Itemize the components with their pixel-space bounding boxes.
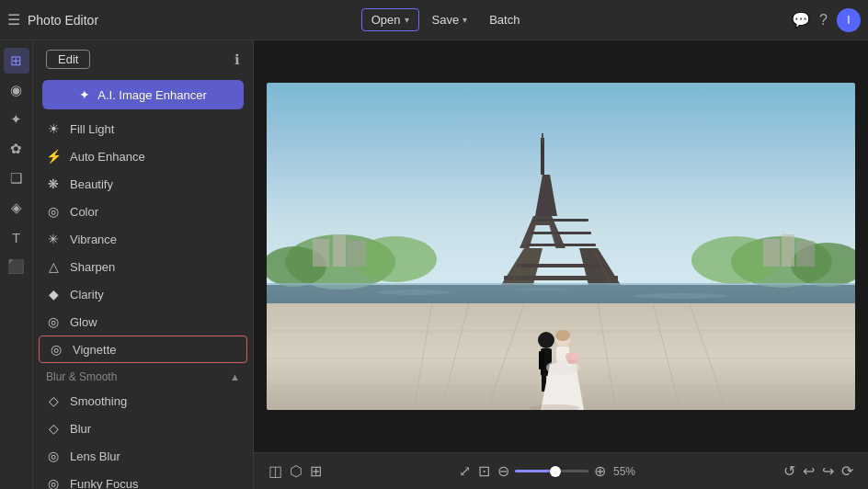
ai-enhancer-button[interactable]: ✦ A.I. Image Enhancer [42, 80, 244, 109]
heal-button[interactable]: ✿ [4, 136, 29, 162]
save-button[interactable]: Save ▾ [423, 9, 477, 30]
lens-blur-item[interactable]: ◎ Lens Blur [33, 442, 253, 470]
edit-tool-icon: ⊞ [10, 52, 22, 69]
vibrance-icon: ✳ [46, 232, 61, 246]
history-icon: ⟳ [841, 463, 853, 479]
svg-rect-11 [782, 234, 794, 267]
fit-icon: ⤢ [459, 463, 471, 479]
vignette-item[interactable]: ◎ Vignette [39, 335, 247, 363]
text-button[interactable]: T [4, 224, 29, 250]
color-item[interactable]: ◎ Color [33, 198, 253, 225]
export-icon: ⬛ [7, 258, 25, 275]
panel-list: ✦ A.I. Image Enhancer ☀ Fill Light ⚡ Aut… [33, 74, 253, 489]
help-button[interactable]: ? [819, 12, 828, 28]
glow-icon: ◎ [46, 314, 61, 329]
help-icon: ? [819, 12, 828, 28]
export-button[interactable]: ⬛ [4, 254, 29, 279]
vibrance-item[interactable]: ✳ Vibrance [33, 225, 253, 253]
blur-smooth-section-header[interactable]: Blur & Smooth ▲ [33, 363, 253, 387]
topbar-center: Open ▾ Save ▾ Batch [98, 8, 792, 31]
eye-icon: ◉ [10, 82, 22, 98]
svg-point-29 [377, 290, 451, 295]
vibrance-label: Vibrance [70, 233, 117, 246]
history-button[interactable]: ⟳ [841, 462, 853, 480]
view-button[interactable]: ◉ [4, 77, 29, 103]
crop-button[interactable]: ⊡ [478, 462, 490, 480]
canvas-area: ◫ ⬡ ⊞ ⤢ ⊡ ⊖ [254, 40, 868, 489]
layers-button[interactable]: ❑ [4, 165, 29, 191]
svg-rect-22 [531, 232, 591, 234]
chat-button[interactable]: 💬 [792, 11, 810, 28]
zoom-track[interactable] [515, 470, 588, 472]
funky-focus-icon: ◎ [46, 476, 61, 489]
compare-button[interactable]: ⬡ [290, 462, 303, 480]
auto-enhance-item[interactable]: ⚡ Auto Enhance [33, 142, 253, 170]
redo-button[interactable]: ↪ [822, 462, 834, 480]
open-label: Open [371, 13, 401, 27]
zoom-in-button[interactable]: ⊕ [594, 462, 606, 480]
topbar-left: ☰ Photo Editor [7, 11, 98, 28]
beautify-icon: ❋ [46, 176, 61, 191]
lens-blur-label: Lens Blur [70, 449, 120, 463]
bottom-center-tools: ⤢ ⊡ ⊖ ⊕ 55% [459, 462, 646, 480]
photo-canvas [267, 83, 855, 410]
fill-light-item[interactable]: ☀ Fill Light [33, 115, 253, 142]
menu-button[interactable]: ☰ [7, 11, 20, 28]
color-label: Color [70, 205, 98, 219]
zoom-thumb[interactable] [550, 466, 561, 477]
svg-rect-9 [348, 241, 366, 267]
fill-light-label: Fill Light [70, 122, 114, 136]
grid-button[interactable]: ⊞ [310, 462, 322, 480]
svg-point-42 [538, 332, 554, 348]
svg-point-31 [515, 288, 570, 291]
beautify-item[interactable]: ❋ Beautify [33, 170, 253, 198]
fill-light-icon: ☀ [46, 121, 61, 136]
bottom-bar: ◫ ⬡ ⊞ ⤢ ⊡ ⊖ [254, 452, 868, 489]
layers-icon: ❑ [10, 170, 22, 187]
bottom-left-tools: ◫ ⬡ ⊞ [268, 462, 322, 480]
clarity-label: Clarity [70, 288, 104, 301]
rotate-left-icon: ↺ [783, 463, 795, 479]
svg-rect-10 [763, 239, 780, 267]
left-panel: Edit ℹ ✦ A.I. Image Enhancer ☀ Fill Ligh… [33, 40, 254, 489]
svg-point-3 [354, 236, 437, 282]
icon-bar: ⊞ ◉ ✦ ✿ ❑ ◈ T ⬛ [0, 40, 33, 489]
batch-button[interactable]: Batch [480, 9, 529, 30]
paint-button[interactable]: ✦ [4, 107, 29, 132]
layers-panel-button[interactable]: ◫ [268, 462, 282, 480]
avatar[interactable]: I [837, 8, 861, 32]
lens-blur-icon: ◎ [46, 449, 61, 463]
clarity-item[interactable]: ◆ Clarity [33, 280, 253, 308]
bottom-right-tools: ↺ ↩ ↪ ⟳ [783, 462, 853, 480]
app-title: Photo Editor [28, 13, 98, 28]
funky-focus-item[interactable]: ◎ Funky Focus [33, 470, 253, 489]
smoothing-item[interactable]: ◇ Smoothing [33, 387, 253, 415]
sharpen-icon: △ [46, 259, 61, 274]
info-button[interactable]: ℹ [234, 51, 240, 68]
effects-button[interactable]: ◈ [4, 195, 29, 221]
svg-point-48 [555, 330, 570, 341]
layers-panel-icon: ◫ [268, 463, 282, 479]
crop-icon: ⊡ [478, 463, 490, 479]
svg-rect-20 [517, 264, 605, 267]
rotate-left-button[interactable]: ↺ [783, 462, 795, 480]
svg-rect-21 [526, 244, 596, 246]
edit-tool-button[interactable]: ⊞ [4, 48, 29, 74]
blur-label: Blur [70, 422, 91, 436]
edit-button[interactable]: Edit [46, 50, 90, 69]
sharpen-label: Sharpen [70, 260, 115, 274]
svg-point-54 [571, 353, 578, 360]
main-layout: ⊞ ◉ ✦ ✿ ❑ ◈ T ⬛ Edit ℹ [0, 40, 868, 489]
fit-button[interactable]: ⤢ [459, 462, 471, 480]
svg-rect-23 [533, 219, 588, 222]
open-button[interactable]: Open ▾ [361, 8, 419, 31]
auto-enhance-icon: ⚡ [46, 149, 61, 164]
blur-item[interactable]: ◇ Blur [33, 415, 253, 442]
batch-label: Batch [489, 13, 520, 27]
undo-button[interactable]: ↩ [803, 462, 815, 480]
glow-item[interactable]: ◎ Glow [33, 308, 253, 335]
sharpen-item[interactable]: △ Sharpen [33, 253, 253, 280]
hamburger-icon: ☰ [7, 11, 20, 28]
zoom-out-button[interactable]: ⊖ [497, 462, 509, 480]
panel-header: Edit ℹ [33, 40, 253, 74]
